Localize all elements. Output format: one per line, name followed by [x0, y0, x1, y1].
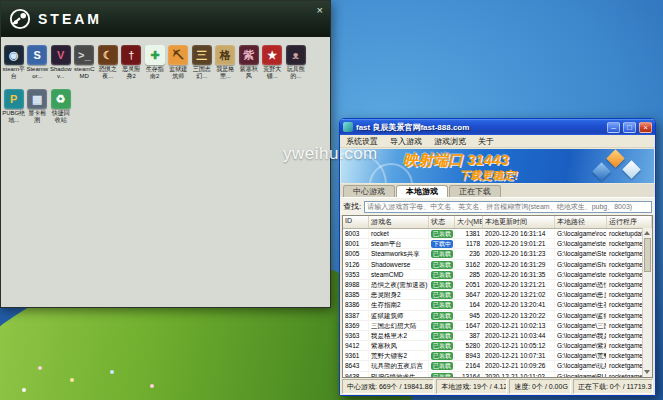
- column-header[interactable]: 游戏名: [369, 216, 429, 228]
- table-row[interactable]: 9438 PUBG绝地求生 已装载 13164 2020-12-21 10:11…: [343, 372, 652, 377]
- table-row[interactable]: 8369 三国志幻想大陆 已装载 1647 2020-12-21 10:02:1…: [343, 321, 652, 331]
- tab[interactable]: 本地游戏: [396, 185, 448, 197]
- game-shortcut-label: 玩具熊的...: [284, 66, 307, 80]
- table-row[interactable]: 8988 恐惧之夜(需加速器) 已装载 2051 2020-12-20 13:2…: [343, 280, 652, 290]
- game-shortcut-label: 三国志幻...: [190, 66, 213, 80]
- cell-status: 已装载: [429, 270, 455, 279]
- cell-size: 236: [455, 249, 483, 258]
- steam-window-title: STEAM: [38, 11, 102, 27]
- game-shortcut[interactable]: ♻ 快捷回收站: [49, 89, 73, 124]
- table-row[interactable]: 8003 rocket 已装载 1381 2020-12-20 16:31:14…: [343, 229, 652, 239]
- column-header[interactable]: 大小(MB): [455, 216, 483, 228]
- cube-graphic: [592, 162, 610, 180]
- cell-size: 2164: [455, 361, 483, 370]
- cell-time: 2020-12-21 10:03:44: [483, 331, 555, 340]
- table-row[interactable]: 8385 恶灵附身2 已装载 3647 2020-12-20 13:21:02 …: [343, 290, 652, 300]
- table-row[interactable]: 9363 我是格里木2 已装载 387 2020-12-21 10:03:44 …: [343, 331, 652, 341]
- minimize-button[interactable]: –: [607, 122, 620, 133]
- game-shortcut-label: Steamwor...: [26, 66, 49, 80]
- banner-subline: 下载更稳定!: [459, 168, 518, 183]
- game-shortcut[interactable]: † 恶灵附身2: [120, 45, 144, 80]
- cell-path: G:\localgame\PUBG绝地求生\: [555, 372, 607, 377]
- cell-name: Shadowverse: [369, 260, 429, 269]
- cell-id: 8001: [343, 239, 369, 248]
- game-icon: ▦: [27, 89, 47, 109]
- column-header[interactable]: 本地更新时间: [483, 216, 555, 228]
- status-badge: 已装载: [431, 322, 453, 330]
- table-row[interactable]: 8001 steam平台 下载中 1178 2020-12-20 19:01:2…: [343, 239, 652, 249]
- table-row[interactable]: 9126 Shadowverse 已装载 3162 2020-12-20 16:…: [343, 260, 652, 270]
- column-header[interactable]: 运行程序: [607, 216, 652, 228]
- steam-window-titlebar[interactable]: STEAM ×: [1, 1, 330, 37]
- game-shortcut[interactable]: ▦ 显卡检测: [26, 89, 50, 124]
- game-table: ID 游戏名 状态 大小(MB) 本地更新时间 本地路径 运行程序: [342, 215, 653, 378]
- game-shortcut-label: 我是格里...: [214, 66, 237, 80]
- table-row[interactable]: 8386 生存指南2 已装载 164 2020-12-20 13:20:41 G…: [343, 300, 652, 310]
- search-row: 查找:: [340, 198, 655, 215]
- close-button[interactable]: ×: [639, 122, 652, 133]
- watermark-text: yweihu.com: [283, 144, 378, 164]
- tab[interactable]: 正在下载: [449, 185, 501, 197]
- search-input[interactable]: [364, 201, 652, 213]
- menu-item[interactable]: 游戏浏览: [434, 136, 466, 147]
- scroll-up-icon[interactable]: [644, 231, 650, 235]
- cell-time: 2020-12-21 10:05:12: [483, 341, 555, 350]
- vertical-scrollbar[interactable]: [642, 228, 652, 377]
- table-row[interactable]: 8387 监狱建筑师 已装载 945 2020-12-20 13:20:22 G…: [343, 311, 652, 321]
- game-shortcut[interactable]: V Shadowv...: [49, 45, 73, 80]
- statusbar-item: 速度: 0个 / 0.00G: [509, 379, 571, 394]
- table-row[interactable]: 9361 荒野大镖客2 已装载 8943 2020-12-21 10:07:31…: [343, 351, 652, 361]
- app-icon: [343, 122, 353, 132]
- cell-path: G:\localgame\紫塞秋风\: [555, 341, 607, 350]
- game-shortcut[interactable]: ᴥ 玩具熊的...: [284, 45, 308, 80]
- game-shortcut[interactable]: ★ 荒野大镖...: [261, 45, 285, 80]
- column-header[interactable]: 本地路径: [555, 216, 607, 228]
- menu-bar: 系统设置 导入游戏 游戏浏览 关于: [340, 135, 655, 148]
- game-shortcut[interactable]: ✚ 生存指南2: [143, 45, 167, 80]
- cell-status: 已装载: [429, 311, 455, 320]
- game-shortcut[interactable]: 三 三国志幻...: [190, 45, 214, 80]
- cell-size: 8943: [455, 351, 483, 360]
- close-icon[interactable]: ×: [317, 5, 323, 16]
- game-shortcut[interactable]: 格 我是格里...: [214, 45, 238, 80]
- cell-name: 玩具熊的五夜后宫: [369, 361, 429, 370]
- cell-size: 1381: [455, 229, 483, 238]
- tab-strip: 中心游戏 本地游戏 正在下载: [340, 184, 655, 198]
- cell-time: 2020-12-20 13:21:21: [483, 280, 555, 289]
- game-shortcut[interactable]: P PUBG绝地...: [2, 89, 26, 124]
- scrollbar-thumb[interactable]: [644, 238, 651, 272]
- cell-name: steamCMD: [369, 270, 429, 279]
- cell-status: 已装载: [429, 331, 455, 340]
- cell-time: 2020-12-20 19:01:21: [483, 239, 555, 248]
- maximize-button[interactable]: □: [623, 122, 636, 133]
- game-shortcut[interactable]: 紫 紫塞秋风: [237, 45, 261, 80]
- cell-name: PUBG绝地求生: [369, 372, 429, 377]
- cell-id: 9412: [343, 341, 369, 350]
- scroll-down-icon[interactable]: [644, 370, 650, 374]
- game-shortcut[interactable]: S Steamwor...: [26, 45, 50, 80]
- game-icon: ☾: [98, 45, 118, 65]
- cell-size: 285: [455, 270, 483, 279]
- cell-status: 已装载: [429, 260, 455, 269]
- menu-item[interactable]: 关于: [478, 136, 494, 147]
- column-header[interactable]: ID: [343, 216, 369, 228]
- cube-graphic: [606, 149, 624, 167]
- column-header[interactable]: 状态: [429, 216, 455, 228]
- menu-item[interactable]: 导入游戏: [390, 136, 422, 147]
- game-shortcut[interactable]: ◉ steam平台: [2, 45, 26, 80]
- flower-dot: [110, 370, 114, 374]
- status-badge: 下载中: [431, 240, 453, 248]
- tab[interactable]: 中心游戏: [343, 185, 395, 197]
- game-shortcut[interactable]: >_ steamCMD: [73, 45, 97, 80]
- table-row[interactable]: 9353 steamCMD 已装载 285 2020-12-20 16:31:3…: [343, 270, 652, 280]
- game-icon: V: [51, 45, 71, 65]
- game-icon: 三: [192, 45, 212, 65]
- table-row[interactable]: 9412 紫塞秋风 已装载 5280 2020-12-21 10:05:12 G…: [343, 341, 652, 351]
- cell-name: 荒野大镖客2: [369, 351, 429, 360]
- game-shortcut[interactable]: ⛏ 监狱建筑师: [167, 45, 191, 80]
- cell-path: G:\localgame\恶灵附身2\: [555, 290, 607, 299]
- app-titlebar[interactable]: fast 良辰美景官网fast-888.com – □ ×: [340, 119, 655, 135]
- table-row[interactable]: 8643 玩具熊的五夜后宫 已装载 2164 2020-12-21 10:09:…: [343, 361, 652, 371]
- game-shortcut[interactable]: ☾ 恐惧之夜...: [96, 45, 120, 80]
- table-row[interactable]: 8005 Steamworks共享 已装载 236 2020-12-20 16:…: [343, 249, 652, 259]
